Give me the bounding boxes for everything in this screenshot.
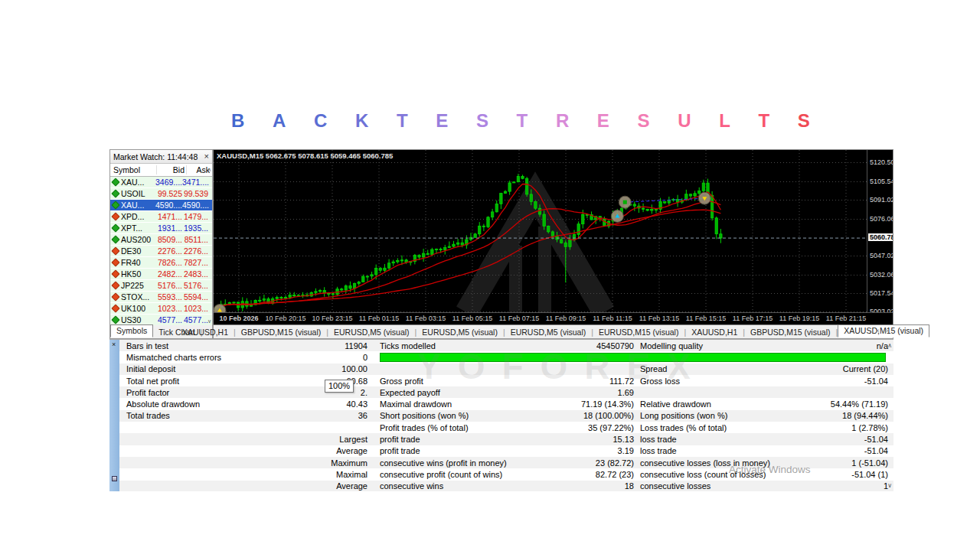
result-label: consecutive losses <box>640 481 822 491</box>
tab-symbols[interactable]: Symbols <box>110 324 153 337</box>
result-value: Maximal <box>257 470 368 479</box>
time-tick: 11 Feb 05:15 <box>446 315 499 322</box>
scroll-up-icon[interactable]: ∧ <box>207 167 211 173</box>
table-row: Profit factor2.Expected payoff1.69 <box>119 386 893 398</box>
symbol-name: XAU... <box>121 201 144 210</box>
close-icon[interactable]: × <box>112 341 116 348</box>
chart-tab[interactable]: EURUSD,M5 (visual) <box>505 328 592 337</box>
chart-tab[interactable]: GBPUSD,M15 (visual) <box>745 328 835 337</box>
chart-price-scale[interactable]: 5120.5005105.5405091.0205076.0605047.020… <box>867 150 893 312</box>
market-watch-row[interactable]: XAU...3469....3471.... <box>110 177 212 188</box>
tooltip-100: 100% <box>325 380 354 393</box>
scroll-down-icon[interactable]: ∨ <box>887 482 892 489</box>
market-watch-row[interactable]: XAU...4590....4590.... <box>110 200 212 211</box>
close-icon[interactable]: × <box>204 152 209 161</box>
bid-value: 7826... <box>153 258 182 267</box>
chart-plot-area[interactable] <box>214 150 868 312</box>
market-watch-row[interactable]: AUS2008509...8511... <box>110 234 212 246</box>
result-label: Short positions (won %) <box>380 411 579 420</box>
result-value: -51.04 <box>822 377 888 386</box>
result-label: Spread <box>640 364 822 373</box>
arrow-down-icon <box>111 269 119 278</box>
result-label: Relative drawdown <box>640 399 822 409</box>
scroll-down-icon[interactable]: ∨ <box>207 318 211 324</box>
symbol-cell: XPD... <box>110 212 153 221</box>
chart-window[interactable]: XAUUSD,M15 5062.675 5078.615 5059.465 50… <box>213 149 893 325</box>
time-tick: 11 Feb 03:15 <box>399 315 452 322</box>
price-tick: 5091.020 <box>870 196 893 204</box>
chart-tab[interactable]: GBPUSD,M15 (visual) <box>236 328 326 337</box>
bid-value: 2482... <box>153 269 182 279</box>
tester-side-strip: × <box>109 340 119 491</box>
result-value: Current (20) <box>822 364 888 373</box>
tester-panel-icon[interactable] <box>112 476 117 481</box>
result-value: 111.72 <box>579 377 634 386</box>
arrow-up-icon <box>111 178 119 186</box>
market-watch-row[interactable]: HK502482...2483... <box>110 269 212 280</box>
title-letter: E <box>436 110 448 132</box>
arrow-down-icon <box>111 281 119 289</box>
market-watch-row[interactable]: JP2255176...5176... <box>110 280 212 292</box>
chart-tab[interactable]: XAUUSD,H1 <box>686 328 743 337</box>
chart-time-axis[interactable]: 10 Feb 202610 Feb 20:1510 Feb 23:1511 Fe… <box>214 312 893 325</box>
table-row: Profit trades (% of total)35 (97.22%)Los… <box>119 422 893 433</box>
time-tick: 11 Feb 17:15 <box>726 315 779 322</box>
market-watch-row[interactable]: USOIL99.52599.539 <box>110 188 212 200</box>
result-value: 1 (-51.04) <box>822 458 888 468</box>
activate-windows-watermark: Activate Windows <box>729 464 811 475</box>
symbol-cell: STOX... <box>110 292 153 302</box>
result-value: 1 (2.78%) <box>822 423 888 432</box>
market-watch-row[interactable]: XPT...1931...1935... <box>110 223 212 234</box>
column-symbol[interactable]: Symbol <box>110 165 157 174</box>
arrow-down-icon <box>111 292 119 301</box>
symbol-cell: XAU... <box>110 178 153 187</box>
result-value: 0 <box>257 353 368 362</box>
tab-nav-arrows[interactable]: ‹ › <box>877 327 891 334</box>
ask-value: 3471.... <box>182 178 211 187</box>
result-label: Profit factor <box>119 388 257 397</box>
modelling-quality-bar <box>380 353 886 361</box>
chart-tab[interactable]: XAUUSD,H1 <box>177 328 234 337</box>
result-value: 35 (97.22%) <box>579 423 634 432</box>
time-tick: 11 Feb 09:15 <box>539 315 593 322</box>
market-watch-row[interactable]: XPD...1471...1479... <box>110 211 212 223</box>
title-letter: T <box>758 110 769 132</box>
result-label: Maximal drawdown <box>380 399 579 409</box>
symbol-cell: FR40 <box>110 258 153 267</box>
chart-tab[interactable]: EURUSD,M5 (visual) <box>416 328 503 337</box>
bid-value: 4577... <box>153 315 182 324</box>
ask-value: 99.539 <box>182 189 211 198</box>
time-tick: 10 Feb 23:15 <box>305 315 359 322</box>
chart-tab-bar: XAUUSD,H1|GBPUSD,M15 (visual)|EURUSD,M5 … <box>213 325 893 339</box>
symbol-cell: USOIL <box>110 189 153 198</box>
result-value: 71.19 (14.3%) <box>579 399 634 409</box>
chart-tab[interactable]: EURUSD,M5 (visual) <box>328 328 415 337</box>
market-watch-row[interactable]: DE302276...2276... <box>110 246 212 257</box>
result-value: n/a <box>822 341 888 350</box>
symbol-name: HK50 <box>121 269 141 279</box>
time-tick: 10 Feb 20:15 <box>259 315 312 322</box>
symbol-name: US30 <box>121 315 141 324</box>
result-label: Absolute drawdown <box>119 399 257 409</box>
chart-canvas[interactable] <box>214 150 868 312</box>
market-watch-title: Market Watch: 11:44:48 <box>113 151 198 163</box>
column-bid[interactable]: Bid <box>157 165 187 174</box>
title-letter: R <box>556 110 569 132</box>
market-watch-row[interactable]: UK1001023...1023... <box>110 303 212 315</box>
ask-value: 1479... <box>182 212 211 221</box>
result-value: 15.13 <box>579 435 634 444</box>
result-value: 11904 <box>257 341 368 350</box>
chart-tab[interactable]: EURUSD,M15 (visual) <box>593 328 684 337</box>
bid-value: 3469.... <box>153 178 182 187</box>
time-tick: 11 Feb 19:15 <box>773 315 826 322</box>
market-watch-row[interactable]: STOX...5593...5594... <box>110 292 212 303</box>
title-letter: S <box>638 110 650 132</box>
arrow-up-icon <box>111 235 119 243</box>
market-watch-row[interactable]: FR407826...7827... <box>110 257 212 269</box>
result-value: -51.04 <box>822 435 888 444</box>
symbol-name: FR40 <box>121 258 141 267</box>
time-tick: 11 Feb 07:15 <box>492 315 546 322</box>
ask-value: 5176... <box>182 281 211 290</box>
ask-value: 5594... <box>182 292 211 302</box>
scroll-up-icon[interactable]: ∧ <box>887 342 892 349</box>
